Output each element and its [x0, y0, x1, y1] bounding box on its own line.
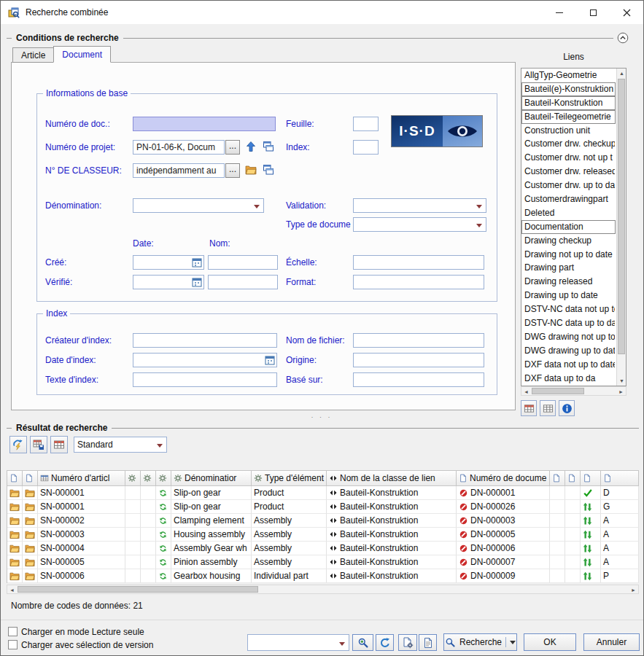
created-date-field[interactable] [133, 256, 190, 269]
scroll-left-icon[interactable]: ◄ [7, 585, 17, 595]
checked-date-field[interactable] [133, 276, 190, 289]
liens-list-item[interactable]: DSTV-NC data not up to [521, 302, 616, 316]
scroll-up-icon[interactable]: ▲ [617, 69, 626, 78]
checked-name-input[interactable] [208, 275, 278, 289]
search-button[interactable]: Recherche [443, 633, 517, 651]
liens-list-item[interactable]: Drawing up to date [521, 289, 616, 302]
browse-project-button[interactable]: ... [225, 140, 240, 155]
liens-list-item[interactable]: Documentation [521, 220, 616, 234]
collapse-conditions-button[interactable] [617, 32, 629, 44]
refresh-results-button[interactable] [9, 436, 27, 453]
liens-list-item[interactable]: Customer drw. up to da [521, 179, 616, 192]
classeur-input[interactable] [133, 163, 225, 178]
quick-search-combo[interactable] [247, 634, 349, 651]
article-column-header[interactable]: Numéro d'articl [38, 470, 125, 486]
close-button[interactable] [610, 1, 643, 24]
tab-article[interactable]: Article [12, 47, 54, 63]
cancel-button[interactable]: Annuler [583, 633, 640, 651]
based-on-input[interactable] [353, 372, 484, 387]
scroll-down-icon[interactable]: ▼ [617, 376, 626, 386]
index-creator-input[interactable] [133, 333, 277, 348]
settings-doc-button[interactable] [398, 634, 417, 651]
liens-list-item[interactable]: DXF data not up to date [521, 358, 616, 372]
classeur-windows-button[interactable] [263, 164, 274, 176]
scroll-left-icon[interactable]: ◄ [521, 387, 531, 397]
liens-list-item[interactable]: Customerdrawingpart [521, 192, 616, 206]
extra-column-header[interactable] [601, 470, 639, 486]
table-row[interactable]: SN-000002 Clamping element Assembly Baut… [7, 514, 639, 528]
liens-list-item[interactable]: AllgTyp-Geometrie [521, 69, 616, 82]
ok-button[interactable]: OK [524, 633, 576, 651]
liens-list-item[interactable]: Bauteil(e)-Konstruktion [521, 82, 616, 96]
gear-column-header[interactable] [141, 470, 156, 486]
browse-classeur-button[interactable]: ... [225, 163, 240, 178]
minimize-button[interactable] [543, 1, 576, 24]
icon-column-header[interactable] [7, 470, 23, 486]
liens-list-item[interactable]: DWG drawing not up to [521, 330, 616, 344]
document-column-header[interactable]: Numéro de docume [457, 470, 550, 486]
liens-list-item[interactable]: DXF data up to da [521, 372, 616, 386]
filename-input[interactable] [353, 333, 484, 348]
result-view-button[interactable] [50, 436, 68, 453]
liens-list-item[interactable]: Drawing checkup [521, 234, 616, 248]
doc-number-input[interactable] [133, 117, 276, 131]
liens-vscrollbar[interactable]: ▲ ▼ [616, 69, 626, 386]
calendar-icon[interactable] [191, 276, 203, 288]
search-plus-button[interactable] [352, 634, 373, 651]
denomination-combo[interactable] [133, 198, 264, 213]
checked-date-input[interactable] [133, 275, 204, 289]
liens-table-button[interactable] [540, 400, 556, 416]
classeur-folder-button[interactable] [245, 164, 257, 176]
liens-list-item[interactable]: DSTV-NC data up to dat [521, 316, 616, 330]
link-class-column-header[interactable]: Nom de la classe de lien [327, 470, 457, 486]
table-row[interactable]: SN-000001 Slip-on gear Product Bauteil-K… [7, 500, 639, 514]
liens-info-button[interactable] [559, 400, 575, 416]
scroll-right-icon[interactable]: ► [629, 585, 638, 595]
report-button[interactable] [419, 634, 437, 651]
denomination-column-header[interactable]: Dénominatior [171, 470, 252, 486]
calendar-icon[interactable] [264, 354, 276, 366]
tab-document[interactable]: Document [53, 46, 111, 63]
gear-column-header[interactable] [156, 470, 171, 486]
project-takeover-button[interactable] [245, 141, 257, 152]
status-column-header[interactable] [581, 470, 601, 486]
validation-combo[interactable] [353, 198, 486, 213]
splitter-handle[interactable]: · · · [289, 413, 354, 421]
liens-list-item[interactable]: Drawing not up to date [521, 248, 616, 262]
origin-input[interactable] [353, 353, 484, 367]
liens-list-item[interactable]: Bauteil-Teilegeometrie [521, 110, 616, 124]
table-row[interactable]: SN-000004 Assembly Gear wh Assembly Baut… [7, 542, 639, 555]
type-column-header[interactable]: Type d'élément [252, 470, 327, 486]
maximize-button[interactable] [576, 1, 610, 24]
liens-vscroll-thumb[interactable] [618, 79, 625, 354]
format-input[interactable] [353, 275, 484, 289]
results-hscrollbar[interactable]: ◄ ► [7, 585, 639, 594]
index-date-field[interactable] [133, 354, 263, 367]
liens-list-item[interactable]: Customer drw. not up t [521, 151, 616, 165]
table-row[interactable]: SN-000001 Slip-on gear Product Bauteil-K… [7, 486, 639, 500]
index-text-input[interactable] [133, 372, 277, 387]
sheet-input[interactable] [353, 117, 379, 131]
calendar-icon[interactable] [191, 257, 203, 268]
liens-list-item[interactable]: Deleted [521, 206, 616, 220]
project-windows-button[interactable] [263, 141, 274, 152]
readonly-checkbox[interactable] [8, 627, 18, 636]
created-date-input[interactable] [133, 255, 204, 270]
icon-column-header[interactable] [23, 470, 38, 486]
liens-table-red-button[interactable] [521, 400, 537, 416]
scale-input[interactable] [353, 255, 484, 270]
preset-combo[interactable]: Standard [74, 437, 167, 453]
table-row[interactable]: SN-000005 Pinion assembly Assembly Baute… [7, 555, 639, 569]
liens-list-item[interactable]: Drawing released [521, 275, 616, 289]
liens-list-item[interactable]: Bauteil-Konstruktion [521, 96, 616, 110]
scroll-right-icon[interactable]: ► [616, 387, 626, 397]
export-results-button[interactable] [30, 436, 47, 453]
index-input[interactable] [353, 140, 379, 155]
table-row[interactable]: SN-000003 Housing assembly Assembly Baut… [7, 528, 639, 542]
created-name-input[interactable] [208, 255, 278, 270]
liens-hscroll-thumb[interactable] [532, 388, 584, 394]
doc-type-combo[interactable] [353, 217, 486, 232]
liens-list-item[interactable]: Customer drw. checkup [521, 137, 616, 151]
project-number-input[interactable] [133, 140, 225, 155]
liens-list-item[interactable]: DWG drawing up to dat [521, 344, 616, 358]
